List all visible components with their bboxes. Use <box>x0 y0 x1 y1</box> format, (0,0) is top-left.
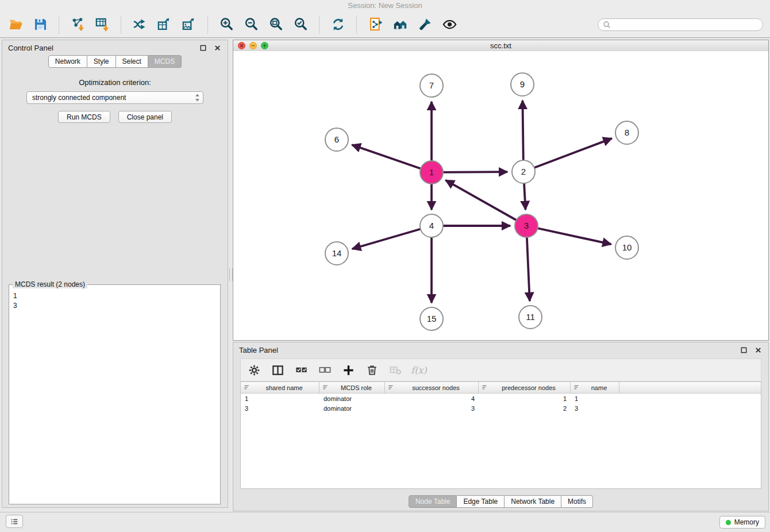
node-1[interactable]: 1 <box>420 161 443 184</box>
open-file-button[interactable] <box>7 16 24 33</box>
edge-2-8[interactable] <box>523 138 612 172</box>
network-canvas[interactable]: 7968124314101511 <box>233 51 768 340</box>
network-graph[interactable]: 7968124314101511 <box>233 51 768 340</box>
task-history-button[interactable] <box>6 515 23 528</box>
import-table-button[interactable] <box>94 16 111 33</box>
node-6[interactable]: 6 <box>325 128 348 151</box>
tab-network-table[interactable]: Network Table <box>505 495 561 508</box>
control-panel-header: Control Panel <box>2 40 228 55</box>
table-cell[interactable]: 3 <box>385 405 479 412</box>
node-3[interactable]: 3 <box>515 214 538 237</box>
control-panel-buttons: Run MCDS Close panel <box>2 111 228 123</box>
apply-layout-icon <box>417 17 433 32</box>
tab-select[interactable]: Select <box>116 55 148 68</box>
optimization-criterion-select[interactable]: strongly connected component <box>26 91 203 104</box>
edge-3-10[interactable] <box>526 226 611 244</box>
table-settings-button[interactable] <box>247 363 261 377</box>
zoom-fit-button[interactable] <box>267 16 284 33</box>
add-row-button[interactable] <box>341 363 356 377</box>
tab-network[interactable]: Network <box>48 55 87 68</box>
column-header-shared-name[interactable]: shared name <box>241 382 319 393</box>
node-11[interactable]: 11 <box>519 306 542 329</box>
split-panel-button[interactable] <box>270 363 285 377</box>
float-table-panel-button[interactable] <box>739 345 748 354</box>
column-header-name[interactable]: name <box>571 382 619 393</box>
column-header-predecessor-nodes[interactable]: predecessor nodes <box>479 382 571 393</box>
zoom-in-button[interactable] <box>218 16 235 33</box>
list-icon <box>10 518 19 526</box>
search-input[interactable] <box>614 20 758 29</box>
close-table-panel-button[interactable] <box>753 345 763 354</box>
close-panel-button[interactable] <box>213 43 222 52</box>
edge-1-6[interactable] <box>352 145 432 172</box>
tab-node-table[interactable]: Node Table <box>409 495 457 508</box>
export-image-button[interactable] <box>180 16 198 33</box>
search-icon <box>603 21 611 29</box>
table-cell[interactable]: 4 <box>385 395 479 402</box>
tab-mcds[interactable]: MCDS <box>148 55 182 68</box>
table-cell[interactable]: 3 <box>571 405 619 412</box>
edge-4-14[interactable] <box>352 226 432 249</box>
import-network-button[interactable] <box>69 16 86 33</box>
node-9[interactable]: 9 <box>511 73 534 96</box>
search-field[interactable] <box>598 18 763 31</box>
run-mcds-button[interactable]: Run MCDS <box>58 111 110 123</box>
table-cell[interactable]: 2 <box>479 405 571 412</box>
memory-button[interactable]: Memory <box>719 516 765 529</box>
float-icon <box>199 44 207 52</box>
mcds-result-list[interactable]: 13 <box>10 290 219 503</box>
panel-splitter[interactable] <box>229 40 232 508</box>
node-8[interactable]: 8 <box>615 121 638 144</box>
network-from-selection-button[interactable] <box>367 16 384 33</box>
memory-status-icon <box>726 520 731 525</box>
destroy-table-button[interactable] <box>388 363 403 377</box>
apply-layout-button[interactable] <box>416 16 433 33</box>
table-cell[interactable]: 3 <box>241 405 319 412</box>
table-row[interactable]: 3dominator323 <box>241 403 761 413</box>
delete-row-button[interactable] <box>364 363 379 377</box>
refresh-button[interactable] <box>329 16 346 33</box>
zoom-out-button[interactable] <box>242 16 260 33</box>
table-cell[interactable]: 1 <box>479 395 571 402</box>
export-table-button[interactable] <box>156 16 173 33</box>
column-header-successor-nodes[interactable]: successor nodes <box>385 382 479 393</box>
toolbar-separator <box>121 16 121 34</box>
column-header-MCDS-role[interactable]: MCDS role <box>319 382 385 393</box>
tab-edge-table[interactable]: Edge Table <box>457 495 505 508</box>
edge-3-1[interactable] <box>445 180 526 226</box>
tab-motifs[interactable]: Motifs <box>561 495 593 508</box>
window-title: Session: New Session <box>0 0 770 11</box>
toolbar-separator <box>59 16 59 34</box>
node-14[interactable]: 14 <box>325 242 348 265</box>
float-panel-button[interactable] <box>198 43 207 52</box>
tab-style[interactable]: Style <box>87 55 116 68</box>
node-10[interactable]: 10 <box>615 236 638 259</box>
show-hide-graphics-button[interactable] <box>441 16 458 33</box>
table-cell[interactable]: dominator <box>319 395 385 402</box>
table-cell[interactable]: dominator <box>319 405 385 412</box>
deselect-all-rows-button[interactable] <box>317 363 332 377</box>
svg-text:14: 14 <box>332 248 342 258</box>
first-neighbors-button[interactable] <box>391 16 409 33</box>
table-cell[interactable]: 1 <box>571 395 619 402</box>
close-window-button[interactable] <box>238 42 245 49</box>
toolbar-separator <box>207 16 208 34</box>
node-2[interactable]: 2 <box>512 160 535 183</box>
zoom-selected-button[interactable] <box>292 16 309 33</box>
zoom-window-button[interactable] <box>261 42 268 49</box>
export-table-icon <box>157 17 172 32</box>
minimize-window-button[interactable] <box>249 42 257 49</box>
selected-criterion: strongly connected component <box>32 94 126 102</box>
node-7[interactable]: 7 <box>420 74 443 97</box>
fx-button[interactable]: f(x) <box>411 363 426 377</box>
node-15[interactable]: 15 <box>420 307 443 330</box>
minimize-window-icon <box>251 43 256 48</box>
header-filler <box>619 382 761 393</box>
table-cell[interactable]: 1 <box>241 395 319 402</box>
close-panel-action-button[interactable]: Close panel <box>118 111 172 123</box>
table-row[interactable]: 1dominator411 <box>241 394 761 403</box>
select-all-rows-button[interactable] <box>294 363 309 377</box>
export-network-button[interactable] <box>131 16 148 33</box>
save-session-button[interactable] <box>32 16 49 33</box>
node-4[interactable]: 4 <box>420 214 443 237</box>
